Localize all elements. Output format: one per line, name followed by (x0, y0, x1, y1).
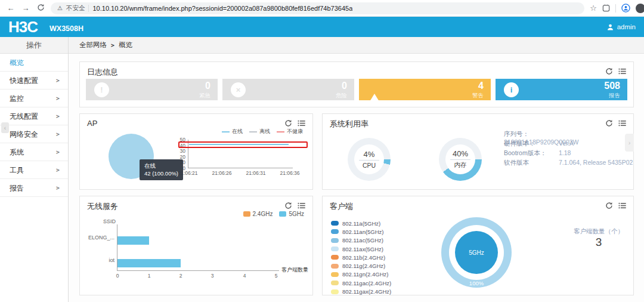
sidebar-item-monitoring[interactable]: 监控＞ (0, 90, 68, 107)
y-tick: 30 (172, 148, 185, 154)
warning-triangle-icon: ! (367, 84, 382, 96)
panel-title: 系统利用率 (330, 119, 369, 130)
refresh-icon[interactable] (605, 119, 613, 127)
user-menu[interactable]: admin (606, 23, 636, 31)
chevron-right-icon: ＞ (55, 90, 61, 107)
browser-profile-icon[interactable] (621, 4, 630, 13)
sidebar-collapse-button[interactable]: ‹ (1, 122, 9, 133)
exclamation-circle-icon: ! (94, 82, 109, 97)
legend-item[interactable]: 802.11g(2.4GHz) (331, 261, 391, 270)
browser-reload-icon[interactable] (36, 4, 45, 13)
user-name: admin (617, 23, 636, 30)
browser-forward-icon[interactable]: → (21, 4, 30, 13)
h3c-logo: H3C (8, 19, 38, 35)
sidebar-item-report[interactable]: 报告＞ (0, 179, 68, 197)
browser-avatar[interactable] (636, 4, 644, 13)
breadcrumb: 全部网络 ＞ 概览 (69, 37, 644, 54)
ap-panel: AP 在线 42 (100.00%) 在线 离线 不健康 (79, 113, 313, 190)
sidebar-item-system[interactable]: 系统＞ (0, 143, 68, 161)
breadcrumb-root[interactable]: 全部网络 (79, 41, 107, 50)
log-level-label: 紧急 (199, 92, 210, 100)
y-axis-label: SSID (98, 218, 116, 224)
security-chip-label[interactable]: 不安全 (66, 4, 85, 13)
legend-item[interactable]: 802.11gax(2.4GHz) (331, 287, 391, 295)
carousel-next-button[interactable]: › (625, 134, 634, 152)
memory-gauge: 40% 内存 (439, 138, 482, 181)
chip-divider (88, 5, 89, 12)
main: 全部网络 ＞ 概览 日志信息 ! 0 紧急 (69, 37, 644, 302)
x-tick: 21:06:36 (277, 170, 303, 176)
log-card-emergency[interactable]: ! 0 紧急 (86, 79, 218, 100)
memory-label: 内存 (454, 161, 467, 170)
device-model: WX3508H (49, 24, 83, 33)
ap-chart-legend: 在线 离线 不健康 (222, 128, 303, 135)
chevron-right-icon: ＞ (55, 72, 61, 89)
log-info-panel: 日志信息 ! 0 紧急 × 0 危险 (79, 61, 634, 107)
legend-item[interactable]: 802.11gn(2.4GHz) (331, 270, 391, 279)
legend-item[interactable]: 802.11a(5GHz) (331, 219, 391, 227)
log-count: 0 (342, 81, 347, 91)
refresh-icon[interactable] (284, 202, 292, 209)
panel-title: 日志信息 (87, 67, 118, 78)
legend-item-offline[interactable]: 离线 (249, 128, 270, 135)
wireless-service-panel: 无线服务 2.4GHz 5GHz SSID ELONG_... iot (79, 196, 313, 295)
client-count-value: 3 (560, 236, 637, 249)
clients-panel: 客户端 802.11a(5GHz) 802.11an(5GHz) 802.11a… (322, 196, 634, 295)
cpu-label: CPU (363, 162, 376, 169)
bookmark-star-icon[interactable]: ☆ (590, 4, 597, 13)
sidebar-item-network-security[interactable]: 网络安全＞ (0, 125, 68, 143)
legend-item-unhealthy[interactable]: 不健康 (277, 128, 303, 135)
sidebar-item-wireless-config[interactable]: 无线配置＞ (0, 107, 68, 125)
sidebar-item-quick-config[interactable]: 快速配置＞ (0, 72, 68, 90)
band-legend: 2.4GHz 5GHz (243, 211, 304, 217)
refresh-icon[interactable] (605, 202, 613, 209)
list-icon[interactable] (618, 119, 626, 127)
browser-toolbar: ← → ⚠ 不安全 10.10.10.20/wnm/frame/index.ph… (0, 0, 644, 17)
list-icon[interactable] (618, 67, 626, 75)
legend-item[interactable]: 802.11gac(2.4GHz) (331, 279, 391, 287)
info-row-bootrom: Bootrom版本：1.18 (504, 149, 571, 157)
info-circle-icon: i (504, 82, 519, 97)
x-tick: 21:06:26 (209, 170, 235, 176)
legend-item[interactable]: 802.11an(5GHz) (331, 227, 391, 236)
toolbar-divider (615, 4, 616, 13)
log-summary-cards: ! 0 紧急 × 0 危险 ! (86, 79, 627, 100)
refresh-icon[interactable] (605, 67, 613, 75)
legend-item-2-4ghz[interactable]: 2.4GHz (243, 211, 273, 217)
cpu-gauge: 4% CPU (348, 138, 391, 181)
panel-title: AP (87, 119, 97, 128)
legend-item[interactable]: 802.11ac(5GHz) (331, 236, 391, 245)
x-tick: 5 (270, 273, 282, 279)
chevron-right-icon: ＞ (55, 107, 61, 125)
info-row-software: 软件版本7.1.064, Release 5435P02 (504, 158, 633, 167)
browser-back-icon[interactable]: ← (6, 4, 16, 13)
legend-item-5ghz[interactable]: 5GHz (279, 211, 304, 217)
log-level-label: 危险 (336, 92, 347, 100)
log-count: 0 (205, 81, 210, 91)
list-icon[interactable] (298, 119, 305, 127)
list-icon[interactable] (618, 202, 626, 209)
address-bar[interactable]: ⚠ 不安全 10.10.10.20/wnm/frame/index.php?se… (51, 2, 584, 14)
sidebar-item-tools[interactable]: 工具＞ (0, 161, 68, 179)
panel-title: 客户端 (330, 201, 353, 212)
app-header: H3C WX3508H admin (0, 17, 644, 37)
protocol-legend: 802.11a(5GHz) 802.11an(5GHz) 802.11ac(5G… (331, 219, 391, 296)
log-card-notice[interactable]: i 508 报告 (496, 79, 627, 100)
sidebar-item-overview[interactable]: 概览 (0, 54, 68, 72)
bar-iot-5ghz (117, 259, 181, 267)
url-text: 10.10.10.20/wnm/frame/index.php?sessioni… (92, 5, 352, 12)
x-tick: 4 (239, 273, 250, 279)
donut-percent-label: 100% (441, 280, 512, 286)
user-icon (606, 23, 614, 31)
log-level-label: 报告 (609, 92, 620, 100)
legend-item[interactable]: 802.11b(2.4GHz) (331, 253, 391, 261)
legend-item[interactable]: 802.11ax(5GHz) (331, 245, 391, 253)
log-card-warning[interactable]: ! 4 警告 (359, 79, 491, 100)
refresh-icon[interactable] (284, 119, 292, 127)
ssid-bar-chart (117, 224, 276, 270)
list-icon[interactable] (298, 202, 305, 209)
legend-item-online[interactable]: 在线 (222, 128, 243, 135)
log-card-danger[interactable]: × 0 危险 (222, 79, 354, 100)
side-panel-icon[interactable] (602, 4, 610, 12)
breadcrumb-current: 概览 (119, 41, 132, 50)
